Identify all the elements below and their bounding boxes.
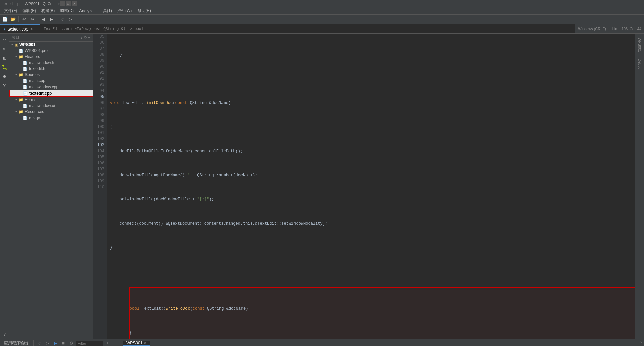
- sidebar-debug[interactable]: 🐛: [1, 63, 9, 71]
- output-run-btn[interactable]: ▶: [52, 340, 59, 346]
- output-prev-btn[interactable]: ◁: [36, 340, 43, 346]
- project-header-sync[interactable]: ⟳: [84, 35, 87, 40]
- output-panel: 应用程序输出 ◁ ▷ ▶ ■ ⚙ + − WPS001 ✕ ⌃ 08:37:45…: [0, 339, 644, 346]
- output-filter-input[interactable]: [76, 341, 103, 346]
- menubar: 文件(F) 编辑(E) 构建(B) 调试(D) Analyze 工具(T) 控件…: [0, 7, 644, 15]
- tree-item-mainwindow-ui[interactable]: 📄 mainwindow.ui: [9, 103, 93, 109]
- tree-label-res-qrc: res.qrc: [29, 115, 41, 120]
- tree-item-res-qrc[interactable]: 📄 res.qrc: [9, 115, 93, 121]
- tree-item-headers[interactable]: ▼ 📁 Headers: [9, 54, 93, 60]
- new-button[interactable]: 📄: [1, 16, 9, 23]
- forward-button[interactable]: ▷: [67, 16, 74, 23]
- menu-build[interactable]: 构建(B): [39, 7, 57, 14]
- next-button[interactable]: ▶: [48, 16, 55, 23]
- pro-file-icon: 📄: [19, 49, 23, 53]
- prev-button[interactable]: ◀: [40, 16, 47, 23]
- output-tab-wps001[interactable]: WPS001 ✕: [123, 341, 150, 346]
- tree-label-forms: Forms: [25, 97, 36, 102]
- toolbar-sep-2: [38, 16, 38, 22]
- tree-item-mainwindow-cpp[interactable]: 📄 mainwindow.cpp: [9, 84, 93, 90]
- code-line-85: }: [110, 52, 635, 58]
- code-line-93: }: [110, 245, 635, 251]
- tab-textedit-cpp[interactable]: ● textedit.cpp ✕: [0, 24, 40, 33]
- right-panel-debug[interactable]: Debug: [637, 56, 642, 72]
- redo-button[interactable]: ↪: [29, 16, 36, 23]
- code-scroll[interactable]: 85 86 87 88 89 90 91 92 93 94 95 96 97 9…: [93, 34, 635, 339]
- output-next-btn[interactable]: ▷: [44, 340, 51, 346]
- project-panel: 项目 ↑ ↓ ⟳ ≡ ▼ ▣ WPS001 📄 WPS001.pro: [9, 34, 93, 339]
- tree-item-sources[interactable]: ▼ 📁 Sources: [9, 72, 93, 78]
- encoding-info: Windows (CRLF) | Line: 103, Col: 44: [575, 24, 644, 33]
- project-header: 项目 ↑ ↓ ⟳ ≡: [9, 34, 93, 42]
- code-line-90: docWindowTitle=getDocName()+" "+QString:…: [110, 172, 635, 178]
- output-tab-close[interactable]: ✕: [144, 341, 146, 345]
- code-line-95: bool TextEdit::writeToDoc(const QString …: [130, 306, 635, 312]
- menu-analyze[interactable]: Analyze: [76, 7, 96, 14]
- code-line-87: void TextEdit::initOpenDoc(const QString…: [110, 100, 635, 106]
- right-panel-wps001[interactable]: WPS001: [637, 35, 642, 55]
- output-stop-btn[interactable]: ■: [60, 340, 67, 346]
- mainwindow-cpp-icon: 📄: [23, 85, 28, 89]
- tree-item-wps001[interactable]: ▼ ▣ WPS001: [9, 42, 93, 48]
- close-button[interactable]: ✕: [72, 1, 77, 6]
- code-line-86: [110, 76, 635, 82]
- textedit-h-icon: 📄: [23, 67, 28, 71]
- output-settings-btn[interactable]: ⚙: [68, 340, 75, 346]
- mainwindow-ui-icon: 📄: [23, 104, 28, 108]
- sidebar-bottom[interactable]: ⚡: [1, 331, 9, 339]
- tree-label-mainwindow-cpp: mainwindow.cpp: [29, 84, 58, 89]
- textedit-cpp-icon: 📄: [23, 91, 28, 96]
- back-button[interactable]: ◁: [59, 16, 66, 23]
- sidebar-edit[interactable]: ✏: [1, 44, 9, 52]
- undo-button[interactable]: ↩: [20, 16, 28, 23]
- output-expand-btn[interactable]: ⌃: [639, 341, 643, 346]
- menu-edit[interactable]: 编辑(E): [20, 7, 39, 14]
- code-line-96: {: [130, 330, 635, 336]
- sidebar-design[interactable]: ◧: [1, 54, 9, 62]
- project-tree: ▼ ▣ WPS001 📄 WPS001.pro ▼ 📁 Headers: [9, 42, 93, 339]
- code-line-91: setWindowTitle(docWindowTitle + "[*]");: [110, 196, 635, 203]
- tree-item-mainwindow-h[interactable]: 📄 mainwindow.h: [9, 60, 93, 66]
- output-remove-btn[interactable]: −: [112, 340, 119, 346]
- code-content[interactable]: } void TextEdit::initOpenDoc(const QStri…: [107, 34, 635, 339]
- tree-item-textedit-cpp[interactable]: 📄 textedit.cpp: [9, 90, 93, 97]
- res-qrc-icon: 📄: [23, 116, 28, 120]
- title-text: textedit.cpp - WPS001 - Qt Creator: [3, 2, 60, 6]
- project-header-filter[interactable]: ≡: [88, 35, 90, 40]
- tree-label-main-cpp: main.cpp: [29, 78, 45, 83]
- main-cpp-icon: 📄: [23, 79, 28, 83]
- tree-label-wps001: WPS001: [19, 42, 35, 47]
- code-line-92: connect(document(),&QTextDocument::conte…: [110, 221, 635, 227]
- tab-close-button[interactable]: ✕: [30, 27, 33, 31]
- output-add-btn[interactable]: +: [104, 340, 111, 346]
- sidebar-help[interactable]: ?: [1, 82, 9, 90]
- tree-label-textedit-h: textedit.h: [29, 66, 45, 71]
- menu-tools[interactable]: 工具(T): [96, 7, 115, 14]
- headers-folder-icon: 📁: [19, 55, 23, 59]
- encoding-label: Windows (CRLF): [578, 27, 606, 31]
- menu-file[interactable]: 文件(F): [1, 7, 20, 14]
- maximize-button[interactable]: □: [66, 1, 71, 6]
- code-line-94: [110, 269, 635, 275]
- breadcrumb-text: TextEdit::writeToDoc(const QString &) ->…: [44, 27, 143, 31]
- tree-item-wps001pro[interactable]: 📄 WPS001.pro: [9, 48, 93, 54]
- menu-controls[interactable]: 控件(W): [115, 7, 135, 14]
- editor-area[interactable]: 85 86 87 88 89 90 91 92 93 94 95 96 97 9…: [93, 34, 635, 339]
- menu-debug[interactable]: 调试(D): [57, 7, 76, 14]
- tree-item-textedit-h[interactable]: 📄 textedit.h: [9, 66, 93, 72]
- project-header-label: 项目: [12, 35, 19, 40]
- tree-item-forms[interactable]: ▼ 📁 Forms: [9, 97, 93, 103]
- minimize-button[interactable]: —: [60, 1, 65, 6]
- sidebar-welcome[interactable]: ⌂: [1, 35, 9, 43]
- menu-help[interactable]: 帮助(H): [135, 7, 154, 14]
- project-header-btn2[interactable]: ↓: [80, 35, 83, 40]
- tree-item-resources[interactable]: ▼ 📁 Resources: [9, 109, 93, 115]
- open-button[interactable]: 📂: [9, 16, 17, 23]
- project-header-btn1[interactable]: ↑: [77, 35, 79, 40]
- resources-folder-icon: 📁: [19, 110, 23, 114]
- main-area: ⌂ ✏ ◧ 🐛 ⚙ ? ⚡ 项目 ↑ ↓ ⟳ ≡ ▼ ▣ WPS001: [0, 34, 644, 339]
- sidebar-projects[interactable]: ⚙: [1, 72, 9, 80]
- tree-item-main-cpp[interactable]: 📄 main.cpp: [9, 78, 93, 84]
- sources-folder-icon: 📁: [19, 73, 23, 77]
- line-col-label: Line: 103, Col: 44: [612, 27, 641, 31]
